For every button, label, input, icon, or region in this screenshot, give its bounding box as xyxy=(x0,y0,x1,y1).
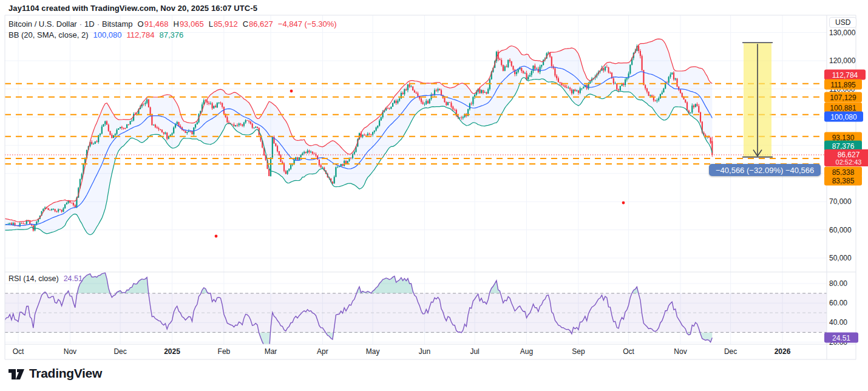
close-value: 86,627 xyxy=(249,19,273,30)
low-value: 85,912 xyxy=(214,19,238,30)
red-dot-marker xyxy=(290,90,293,93)
rsi-value: 24.51 xyxy=(64,274,83,283)
separator-dot: · xyxy=(77,19,84,30)
page-title: Jay1104 created with TradingView.com, No… xyxy=(8,4,257,13)
chart-canvas[interactable] xyxy=(0,0,868,391)
change-value: −4,847 (−5.30%) xyxy=(278,19,337,30)
bb-upper-value: 112,784 xyxy=(127,30,155,41)
measure-tooltip: −40,566 (−32.09%) −40,566 xyxy=(709,164,821,176)
interval-label: 1D xyxy=(84,19,95,30)
bb-label: BB (20, SMA, close, 2) xyxy=(8,30,89,41)
low-letter: L xyxy=(209,19,213,30)
exchange-label: Bitstamp xyxy=(102,19,133,30)
rsi-legend-row[interactable]: RSI (14, close) 24.51 xyxy=(8,274,83,283)
open-letter: O xyxy=(138,19,144,30)
high-value: 93,065 xyxy=(180,19,204,30)
tradingview-logo-icon xyxy=(7,365,24,382)
bb-legend-row[interactable]: BB (20, SMA, close, 2) 100,080 112,784 8… xyxy=(8,30,337,41)
symbol-legend-row[interactable]: Bitcoin / U.S. Dollar · 1D · Bitstamp O … xyxy=(8,19,337,30)
bb-basis-value: 100,080 xyxy=(93,30,122,41)
tradingview-chart-screenshot: Jay1104 created with TradingView.com, No… xyxy=(0,0,868,391)
bb-lower-value: 87,376 xyxy=(160,30,184,41)
price-axis-currency[interactable]: USD xyxy=(829,17,856,28)
measure-tool[interactable] xyxy=(742,42,773,157)
footer-logo[interactable]: TradingView xyxy=(7,365,102,382)
high-letter: H xyxy=(173,19,178,30)
legend: Bitcoin / U.S. Dollar · 1D · Bitstamp O … xyxy=(8,19,337,41)
symbol-name: Bitcoin / U.S. Dollar xyxy=(8,19,77,30)
red-dot-marker xyxy=(215,235,218,238)
brand-name: TradingView xyxy=(29,366,102,381)
close-letter: C xyxy=(243,19,248,30)
rsi-label: RSI (14, close) xyxy=(8,274,59,283)
open-value: 91,468 xyxy=(144,19,169,30)
red-dot-marker xyxy=(622,202,625,205)
separator-dot: · xyxy=(95,19,102,30)
